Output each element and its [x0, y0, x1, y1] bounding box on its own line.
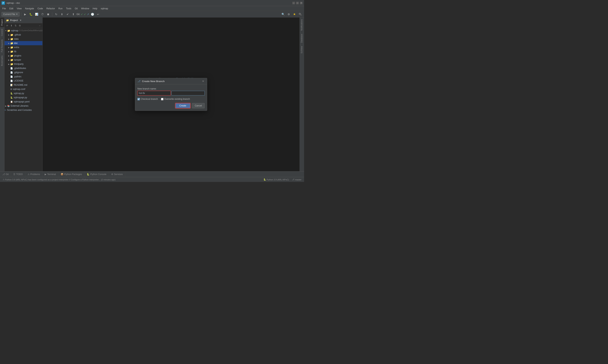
- tree-item-sqlmapapi[interactable]: 🐍 sqlmapapi.py: [5, 95, 42, 100]
- packages-tab-label: Python Packages: [64, 173, 82, 176]
- branch-base-input[interactable]: [171, 91, 205, 95]
- tree-item-extra[interactable]: ▶ 📁 extra: [5, 45, 42, 49]
- tab-todo[interactable]: ☰ TODO: [11, 171, 25, 177]
- git-status: Git: ✓ ✓ ↗ 🕐 ↩: [77, 12, 101, 17]
- sidebar-sync-button[interactable]: ⟳: [5, 24, 9, 27]
- search-everywhere-button[interactable]: 🔍: [281, 12, 285, 17]
- left-tab-project[interactable]: Project: [0, 17, 4, 27]
- close-button[interactable]: ✕: [300, 2, 303, 4]
- coverage-button[interactable]: 📊: [34, 12, 39, 17]
- branch-input-row: [137, 91, 205, 95]
- minimize-button[interactable]: –: [292, 2, 295, 4]
- tree-item-lib[interactable]: ▶ 📁 lib: [5, 49, 42, 54]
- stop-button[interactable]: ⏹: [46, 12, 51, 17]
- menu-code[interactable]: Code: [36, 7, 44, 10]
- sciview-tab[interactable]: SciView: [300, 44, 304, 55]
- tree-item-pylintrc[interactable]: 📄 .pylintrc: [5, 75, 42, 79]
- menu-edit[interactable]: Edit: [8, 7, 15, 10]
- settings-button[interactable]: ⚙: [286, 12, 291, 17]
- tree-item-sqlmapapiyaml[interactable]: 📋 sqlmapapi.yaml: [5, 100, 42, 104]
- tab-git[interactable]: ⎇ Git: [0, 171, 11, 177]
- dialog-close-button[interactable]: ✕: [202, 80, 205, 83]
- tree-item-sqlmappy[interactable]: 🐍 sqlmap.py: [5, 91, 42, 95]
- menu-help[interactable]: Help: [91, 7, 99, 10]
- sidebar-settings-button[interactable]: ⚙: [18, 24, 22, 27]
- tab-python-packages[interactable]: 📦 Python Packages: [58, 171, 84, 177]
- tree-label-data: data: [14, 38, 18, 40]
- tree-label-sqlmappy: sqlmap.py: [14, 92, 24, 95]
- checkout-checkbox[interactable]: [137, 98, 140, 100]
- tree-item-sqlmapconf[interactable]: ⚙ sqlmap.conf: [5, 87, 42, 91]
- tab-services[interactable]: ⚙ Services: [109, 171, 125, 177]
- tree-label-gitignore: .gitignore: [14, 71, 23, 74]
- project-dropdown-icon[interactable]: ▼: [20, 19, 22, 21]
- status-interpreter[interactable]: ⚠ Python 3.9 (ARL-NPoC) has been configu…: [1, 177, 117, 182]
- plugin-button[interactable]: 🔌: [298, 12, 303, 17]
- toolbar-separator-1: [21, 12, 21, 16]
- tree-item-license[interactable]: 📄 LICENSE: [5, 79, 42, 83]
- tab-problems[interactable]: ⚠ Problems: [25, 171, 43, 177]
- status-branch[interactable]: ⎇ master: [291, 177, 303, 182]
- menu-view[interactable]: View: [15, 7, 23, 10]
- status-python-version[interactable]: 🐍 Python 3.9 (ARL-NPoC): [262, 177, 290, 182]
- checkout-label[interactable]: Checkout branch: [137, 98, 158, 100]
- menu-navigate[interactable]: Navigate: [24, 7, 36, 10]
- main-content: Project Commit Pull Requests Bookmarks 📁…: [0, 17, 304, 171]
- services-tab-icon: ⚙: [111, 173, 113, 176]
- branch-name-input[interactable]: [137, 91, 171, 95]
- tree-view: ▼ 📁 sqlmap D:\SystemDefault\Mine\桌面\sqlm…: [5, 28, 42, 171]
- problems-tab-icon: ⚠: [27, 173, 30, 176]
- sidebar-toolbar: ⟳ ⬆ ⇅ ⚙ –: [5, 23, 42, 28]
- menu-refactor[interactable]: Refactor: [45, 7, 56, 10]
- tree-item-gitattributes[interactable]: 📄 .gitattributes: [5, 66, 42, 70]
- push-button[interactable]: ⬆: [71, 12, 76, 17]
- sidebar-filter-button[interactable]: ⇅: [14, 24, 17, 27]
- overwrite-label[interactable]: Overwrite existing branch: [161, 98, 190, 100]
- git-check2-icon: ✓: [84, 13, 86, 16]
- terminal-tab-icon: ▶: [45, 173, 46, 176]
- menu-file[interactable]: File: [1, 7, 7, 10]
- tree-item-readme[interactable]: 📝 README.md: [5, 83, 42, 87]
- left-tab-pull-requests[interactable]: Pull Requests: [0, 38, 4, 54]
- vcs-update-button[interactable]: ⬇: [60, 12, 65, 17]
- overwrite-checkbox[interactable]: [161, 98, 163, 100]
- tree-item-plugins[interactable]: ▶ 📁 plugins: [5, 54, 42, 58]
- git-rollback-button[interactable]: ↩: [96, 12, 101, 17]
- tab-terminal[interactable]: ▶ Terminal: [42, 171, 58, 177]
- left-tab-commit[interactable]: Commit: [0, 27, 4, 38]
- create-button[interactable]: Create: [175, 103, 190, 108]
- tree-item-github[interactable]: ▶ 📁 .github: [5, 33, 42, 37]
- maximize-button[interactable]: □: [296, 2, 299, 4]
- database-tab[interactable]: Database: [300, 32, 304, 44]
- git-history-button[interactable]: 🕐: [90, 12, 95, 17]
- tree-item-scratches[interactable]: ✏ Scratches and Consoles: [5, 108, 42, 112]
- reload-button[interactable]: ↻: [54, 12, 59, 17]
- tree-label-tamper: tamper: [14, 59, 21, 61]
- tree-item-thirdparty[interactable]: ▶ 📁 thirdparty: [5, 62, 42, 66]
- git-check-icon: ✓: [81, 13, 83, 16]
- dialog-body: New branch name: Checkout branch Overwri…: [135, 84, 207, 111]
- tree-root[interactable]: ▼ 📁 sqlmap D:\SystemDefault\Mine\桌面\sqlm…: [5, 28, 42, 33]
- sidebar-close-button[interactable]: –: [38, 24, 42, 27]
- tree-item-tamper[interactable]: ▶ 📁 tamper: [5, 58, 42, 62]
- profile-button[interactable]: ⏱: [40, 12, 45, 17]
- current-file-dropdown[interactable]: Current File ▼: [1, 12, 20, 16]
- cancel-button[interactable]: Cancel: [192, 103, 205, 108]
- menu-run[interactable]: Run: [57, 7, 64, 10]
- tree-item-data[interactable]: ▶ 📁 data: [5, 37, 42, 41]
- menu-tools[interactable]: Tools: [65, 7, 73, 10]
- notifications-tab[interactable]: Notifications: [300, 17, 304, 32]
- debug-button[interactable]: 🐛: [28, 12, 33, 17]
- status-python-text: Python 3.9 (ARL-NPoC): [267, 179, 289, 181]
- menu-git[interactable]: Git: [73, 7, 79, 10]
- tab-python-console[interactable]: 🐍 Python Console: [84, 171, 109, 177]
- sidebar-collapse-button[interactable]: ⬆: [10, 24, 13, 27]
- tree-item-doc[interactable]: ▶ 📁 doc: [5, 41, 42, 45]
- commit-button[interactable]: ✔: [65, 12, 70, 17]
- run-button[interactable]: ▶: [23, 12, 28, 17]
- menu-window[interactable]: Window: [80, 7, 91, 10]
- tree-item-gitignore[interactable]: 📄 .gitignore: [5, 70, 42, 75]
- help-button[interactable]: ★: [292, 12, 297, 17]
- tree-item-external-libraries[interactable]: ▶ 📚 External Libraries: [5, 104, 42, 108]
- left-tab-bookmarks[interactable]: Bookmarks: [0, 54, 4, 67]
